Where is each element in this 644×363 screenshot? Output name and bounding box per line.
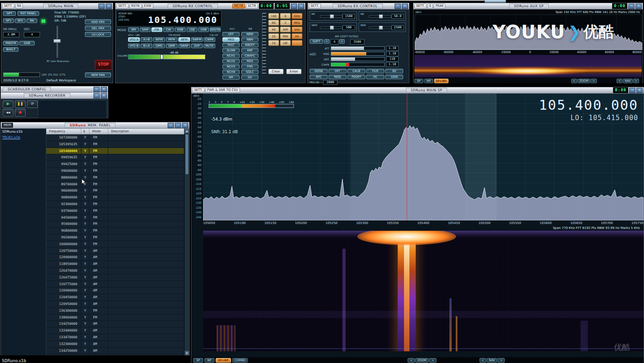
rx-side-button[interactable]: FAST (222, 43, 240, 47)
table-row[interactable]: 99200000 Y FM (46, 234, 184, 241)
table-row[interactable]: 89700000 Y FM (46, 181, 184, 188)
pin-icon[interactable]: ▫ (168, 123, 174, 128)
opt-button[interactable]: OPT (3, 11, 16, 16)
display-mode-button[interactable]: SP (193, 358, 203, 363)
table-row[interactable]: 92300000 Y FM (46, 201, 184, 208)
recorder-titlebar[interactable]: SDRuno RECORDER − × (1, 93, 108, 99)
minimize-button[interactable]: − (628, 4, 635, 9)
titlebar-button[interactable]: 0 (427, 4, 433, 9)
rx-frequency-value[interactable]: 105.400.000 (148, 14, 218, 25)
table-row[interactable]: 126470000 Y AM (46, 268, 184, 274)
table-row[interactable]: 90600000 Y FM (46, 188, 184, 194)
ex-slider-group[interactable]: NBN 2500 (359, 22, 406, 32)
rx-titlebar[interactable]: SETT.RSYNEXW SDRuno RX CONTROL MCTR SCTR… (115, 3, 305, 9)
vrx-button[interactable]: DEL VRX (85, 26, 111, 31)
close-button[interactable]: × (106, 4, 112, 9)
nav-control[interactable]: NAV (487, 358, 497, 363)
rx-side-button[interactable]: SLOW (222, 48, 240, 53)
ex-titlebar[interactable]: SETT. SDRuno EX CONTROL − × (308, 3, 409, 9)
scrollbar[interactable]: ▲ ▼ (184, 129, 189, 355)
table-row[interactable]: 118950000 Y AM (46, 261, 184, 268)
table-row[interactable]: 96800000 Y FM (46, 228, 184, 234)
mem-left-button[interactable]: MEM (2, 123, 13, 128)
sp-button[interactable]: SP1 (3, 18, 14, 23)
table-row[interactable]: 99425000 Y FM (46, 161, 184, 168)
rx-button[interactable]: SWAP (178, 44, 190, 48)
transport-button[interactable]: ⟳ (27, 100, 38, 108)
bank-file[interactable]: TELE().s1b (1, 134, 46, 140)
nav-control[interactable]: NAV (623, 79, 632, 83)
bias-t-button[interactable]: BIAS-T (3, 47, 18, 52)
table-row[interactable]: 105395635 Y FM (46, 141, 184, 148)
minimize-button[interactable]: − (395, 4, 401, 9)
close-button[interactable]: × (182, 123, 188, 128)
band-key[interactable]: 2 (280, 20, 291, 26)
ex-button[interactable]: SD (385, 69, 403, 73)
table-row[interactable]: 107200000 Y FM (46, 134, 184, 141)
band-key[interactable]: 6 (280, 13, 291, 19)
display-mode-button[interactable]: COMBO (232, 358, 248, 363)
ex-bar[interactable]: HNG 1.10 (320, 51, 399, 56)
column-header[interactable]: S (81, 129, 89, 134)
scroll-down-arrow[interactable]: ▼ (185, 351, 189, 355)
vrx-button[interactable]: ADD VRX (85, 19, 111, 24)
zoom-control[interactable]: < (571, 79, 577, 83)
table-row[interactable]: 132300000 Y AM (46, 341, 184, 348)
rx-side-button[interactable]: NR (222, 75, 240, 80)
band-key[interactable]: 20 (268, 33, 279, 39)
close-button[interactable]: × (636, 88, 643, 93)
sp-button[interactable]: RA (27, 18, 37, 23)
filter-inc-button[interactable]: > (339, 39, 345, 44)
rx-button[interactable]: ZAP (191, 44, 203, 48)
display-mode-button[interactable]: WF (204, 358, 214, 363)
minimize-button[interactable]: − (98, 4, 105, 9)
unit-key[interactable]: Hz (292, 33, 302, 39)
table-row[interactable]: 120950000 Y AM (46, 301, 184, 308)
table-row[interactable]: 99600000 Y FM (46, 168, 184, 175)
minimize-button[interactable]: − (175, 123, 181, 128)
table-row[interactable]: 120900000 Y AM (46, 287, 184, 294)
rx-side-button[interactable]: CWAFC (241, 54, 258, 58)
titlebar-button[interactable]: SETT. (414, 4, 426, 9)
titlebar-button[interactable]: SETT. (116, 4, 129, 9)
nav-control[interactable]: < (480, 358, 486, 363)
transport-button[interactable]: ◀◀ (3, 109, 13, 117)
vrx-button[interactable]: LO LOCK (85, 32, 111, 37)
rx-side-button[interactable]: SQLC (241, 70, 258, 74)
table-row[interactable]: 99959635 Y FM (46, 154, 184, 161)
field-value[interactable]: 2.0M (3, 32, 19, 37)
titlebar-button[interactable]: SETT. (2, 4, 14, 9)
mem-pan-button[interactable]: MEM PAN (85, 72, 111, 77)
notch-button[interactable]: MW/FM (3, 41, 18, 45)
zoom-control[interactable]: ZOOM (577, 79, 590, 83)
nav-control[interactable]: > (633, 79, 639, 83)
ex-slider-group[interactable]: NR 1500 (310, 11, 357, 21)
close-button[interactable]: × (635, 4, 642, 9)
zoom-control[interactable]: > (429, 358, 436, 363)
column-header[interactable]: Description (108, 129, 184, 134)
band-key[interactable]: 10 (268, 40, 279, 46)
rx-side-button[interactable]: NCH3 (222, 64, 240, 69)
unit-key[interactable]: GHz (292, 13, 302, 19)
unit-key[interactable]: kHz (292, 27, 302, 32)
band-key[interactable]: 160 (268, 13, 279, 19)
filter-dec-button[interactable]: < (324, 39, 329, 44)
close-button[interactable]: × (101, 93, 107, 99)
ex-button[interactable]: MOD (329, 75, 346, 79)
ex-button[interactable]: APC (310, 75, 328, 79)
rx-button[interactable]: WFM (153, 37, 165, 42)
mainsp-titlebar[interactable]: SETT.PWR & SNR TO CSV SDRuno MAIN SP 0:0… (191, 87, 644, 94)
rx-button[interactable]: A>B (141, 37, 152, 42)
mainsp-frequency-readout[interactable]: 105.400.000 (539, 97, 638, 113)
rx-button[interactable]: NFM (178, 37, 190, 42)
table-row[interactable]: 120900000 Y AM (46, 254, 184, 261)
rx-button[interactable]: CWPK (204, 37, 215, 42)
sp-button[interactable]: SP2 (15, 18, 26, 23)
ex-button[interactable]: HC (366, 75, 384, 79)
ex-button[interactable]: CALB (347, 69, 365, 73)
band-key[interactable]: AIR (280, 27, 291, 32)
ex-bar[interactable]: ATT 1.10 (320, 45, 399, 51)
ex-button[interactable]: 1000 (385, 75, 403, 79)
rx-button[interactable]: QMR (166, 44, 178, 48)
mode-button[interactable]: DSB (175, 27, 186, 32)
